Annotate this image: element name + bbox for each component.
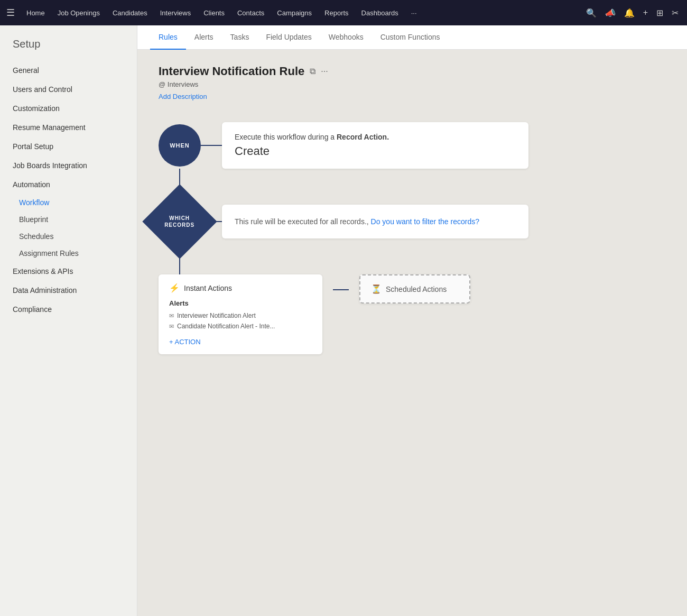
when-label: WHEN	[170, 142, 190, 149]
instant-actions-header: ⚡ Instant Actions	[169, 283, 312, 293]
workflow-content: Interview Notification Rule ⧉ ··· @ Inte…	[137, 50, 687, 616]
diagram-area: WHEN Execute this workflow during a Reco…	[137, 112, 687, 375]
which-records-label: WHICH RECORDS	[164, 215, 194, 228]
nav-more[interactable]: ···	[406, 6, 422, 20]
sidebar-item-customization[interactable]: Customization	[0, 99, 137, 118]
tab-rules[interactable]: Rules	[150, 25, 186, 50]
nav-job-openings[interactable]: Job Openings	[52, 6, 105, 20]
tab-tasks[interactable]: Tasks	[222, 25, 258, 50]
alert-label-1: Interviewer Notification Alert	[177, 312, 256, 319]
instant-actions-icon: ⚡	[169, 283, 180, 293]
mail-icon-2: ✉	[169, 323, 174, 330]
topnav-icons: 🔍 📣 🔔 + ⊞ ✂	[584, 6, 681, 20]
sidebar-item-blueprint[interactable]: Blueprint	[0, 211, 137, 228]
nav-home[interactable]: Home	[21, 6, 50, 20]
alert-label-2: Candidate Notification Alert - Inte...	[177, 323, 275, 330]
sidebar-item-assignment-rules[interactable]: Assignment Rules	[0, 245, 137, 262]
tab-bar: Rules Alerts Tasks Field Updates Webhook…	[137, 25, 687, 50]
when-row: WHEN Execute this workflow during a Reco…	[159, 122, 666, 169]
when-node: WHEN	[159, 124, 201, 167]
alert-item-1: ✉ Interviewer Notification Alert	[169, 310, 312, 321]
rule-module: @ Interviews	[159, 80, 666, 88]
rule-title-row: Interview Notification Rule ⧉ ···	[159, 65, 666, 78]
sidebar-item-users-and-control[interactable]: Users and Control	[0, 80, 137, 99]
tab-custom-functions[interactable]: Custom Functions	[372, 25, 449, 50]
actions-h-connector	[333, 289, 349, 290]
plus-icon[interactable]: +	[641, 6, 650, 20]
scheduled-actions-header: ⏳ Scheduled Actions	[371, 284, 459, 294]
sidebar-item-schedules[interactable]: Schedules	[0, 228, 137, 245]
search-icon[interactable]: 🔍	[584, 6, 599, 20]
scheduled-actions-icon: ⏳	[371, 284, 382, 294]
add-action-button[interactable]: + ACTION	[169, 338, 312, 346]
rule-header: Interview Notification Rule ⧉ ··· @ Inte…	[137, 50, 687, 112]
mail-icon-1: ✉	[169, 312, 174, 319]
when-text-prefix: Execute this workflow during a	[235, 133, 337, 141]
settings-icon[interactable]: ✂	[670, 6, 681, 20]
sidebar-item-compliance[interactable]: Compliance	[0, 300, 137, 319]
more-options-icon[interactable]: ···	[321, 67, 328, 76]
nav-reports[interactable]: Reports	[319, 6, 354, 20]
tab-webhooks[interactable]: Webhooks	[320, 25, 372, 50]
megaphone-icon[interactable]: 📣	[603, 6, 618, 20]
add-description-link[interactable]: Add Description	[159, 93, 207, 100]
when-card-text: Execute this workflow during a Record Ac…	[235, 133, 516, 141]
bell-icon[interactable]: 🔔	[622, 6, 637, 20]
tab-alerts[interactable]: Alerts	[186, 25, 222, 50]
layout: Setup General Users and Control Customiz…	[0, 25, 687, 616]
scheduled-actions-label: Scheduled Actions	[386, 285, 447, 293]
instant-actions-card: ⚡ Instant Actions Alerts ✉ Interviewer N…	[159, 274, 322, 354]
which-card-text: This rule will be executed for all recor…	[235, 217, 516, 226]
which-records-node: WHICH RECORDS	[142, 184, 217, 259]
sidebar-item-extensions[interactable]: Extensions & APIs	[0, 262, 137, 281]
which-card[interactable]: This rule will be executed for all recor…	[222, 205, 528, 238]
sidebar-item-automation[interactable]: Automation	[0, 175, 137, 194]
copy-icon[interactable]: ⧉	[310, 67, 315, 76]
topnav: ☰ Home Job Openings Candidates Interview…	[0, 0, 687, 25]
nav-contacts[interactable]: Contacts	[232, 6, 270, 20]
actions-row: ⚡ Instant Actions Alerts ✉ Interviewer N…	[159, 274, 666, 354]
sidebar-item-job-boards[interactable]: Job Boards Integration	[0, 156, 137, 175]
when-connector-h	[201, 145, 222, 146]
sidebar-item-workflow[interactable]: Workflow	[0, 194, 137, 211]
when-text-bold: Record Action.	[337, 133, 389, 141]
which-text: This rule will be executed for all recor…	[235, 217, 369, 226]
nav-dashboards[interactable]: Dashboards	[356, 6, 404, 20]
alert-item-2: ✉ Candidate Notification Alert - Inte...	[169, 321, 312, 332]
scheduled-actions-card[interactable]: ⏳ Scheduled Actions	[359, 274, 470, 304]
main-content: Rules Alerts Tasks Field Updates Webhook…	[137, 25, 687, 616]
nav-campaigns[interactable]: Campaigns	[272, 6, 317, 20]
sidebar: Setup General Users and Control Customiz…	[0, 25, 137, 616]
sidebar-item-portal-setup[interactable]: Portal Setup	[0, 137, 137, 156]
grid-icon[interactable]: ⊞	[654, 6, 665, 20]
nav-clients[interactable]: Clients	[198, 6, 230, 20]
hamburger-icon[interactable]: ☰	[6, 7, 15, 19]
sidebar-item-data-admin[interactable]: Data Administration	[0, 281, 137, 300]
alerts-label: Alerts	[169, 299, 312, 307]
nav-candidates[interactable]: Candidates	[107, 6, 153, 20]
tab-field-updates[interactable]: Field Updates	[257, 25, 320, 50]
sidebar-title: Setup	[0, 38, 137, 61]
rule-title: Interview Notification Rule	[159, 65, 304, 78]
when-card[interactable]: Execute this workflow during a Record Ac…	[222, 122, 528, 169]
nav-interviews[interactable]: Interviews	[155, 6, 197, 20]
when-card-value: Create	[235, 144, 516, 158]
sidebar-item-resume-management[interactable]: Resume Management	[0, 118, 137, 137]
filter-records-link[interactable]: Do you want to filter the records?	[371, 217, 479, 226]
which-row: WHICH RECORDS This rule will be executed…	[159, 195, 666, 248]
instant-actions-label: Instant Actions	[184, 284, 232, 292]
sidebar-item-general[interactable]: General	[0, 61, 137, 80]
